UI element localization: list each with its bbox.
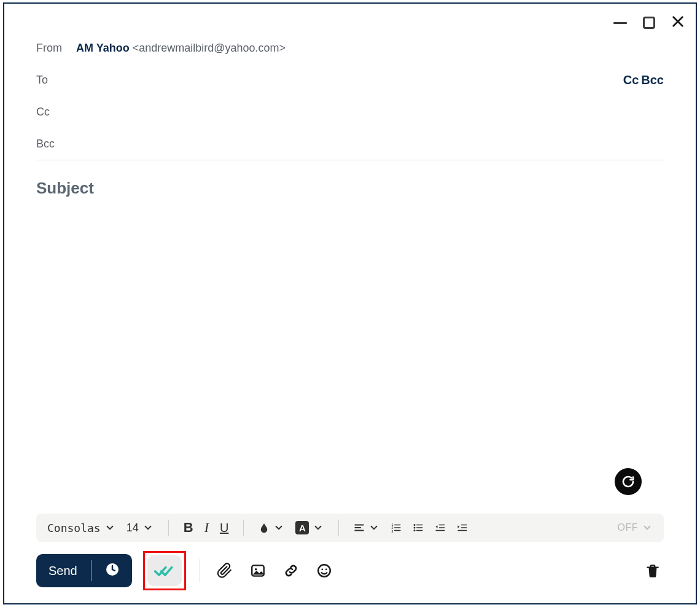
svg-point-5 — [414, 530, 416, 531]
action-bar: Send — [36, 553, 664, 588]
ordered-list-button[interactable]: 1 2 3 — [391, 522, 402, 533]
paperclip-icon — [217, 563, 233, 579]
indent-icon — [457, 522, 468, 533]
link-icon — [283, 563, 299, 579]
font-size-select[interactable]: 14 — [126, 522, 154, 534]
outdent-icon — [435, 522, 446, 533]
chevron-down-icon — [368, 522, 379, 533]
from-email: <andrewmailbird@yahoo.com> — [133, 42, 286, 54]
bcc-label: Bcc — [36, 138, 76, 151]
cc-label: Cc — [36, 106, 76, 119]
show-cc-button[interactable]: Cc — [623, 73, 639, 87]
text-color-button[interactable] — [259, 522, 284, 533]
insert-image-button[interactable] — [247, 560, 269, 582]
to-row: To Cc Bcc — [36, 64, 664, 96]
text-color-icon: A — [295, 521, 309, 534]
from-row: From AM Yahoo <andrewmailbird@yahoo.com> — [36, 32, 664, 64]
image-icon — [250, 563, 266, 579]
chevron-down-icon — [273, 522, 284, 533]
read-receipt-button[interactable] — [147, 555, 182, 586]
insert-link-button[interactable] — [280, 560, 302, 582]
message-body[interactable] — [36, 207, 664, 514]
bold-button[interactable]: B — [184, 520, 193, 536]
from-name: AM Yahoo — [76, 42, 130, 54]
svg-point-9 — [318, 565, 330, 577]
ordered-list-icon: 1 2 3 — [391, 522, 402, 533]
subject-input[interactable] — [36, 179, 664, 198]
svg-point-10 — [321, 568, 323, 570]
align-button[interactable] — [354, 522, 379, 533]
smiley-icon — [316, 563, 332, 579]
double-check-icon — [154, 563, 176, 578]
subject-row — [36, 179, 664, 207]
cc-row: Cc — [36, 96, 664, 128]
clock-icon — [105, 562, 120, 577]
chevron-down-icon — [313, 522, 324, 533]
indent-button[interactable] — [457, 522, 468, 533]
insert-emoji-button[interactable] — [313, 560, 335, 582]
from-value[interactable]: AM Yahoo <andrewmailbird@yahoo.com> — [76, 42, 664, 55]
font-family-select[interactable]: Consolas — [47, 522, 115, 534]
chevron-down-icon — [642, 522, 653, 533]
chevron-down-icon — [142, 522, 154, 533]
align-left-icon — [354, 522, 365, 533]
highlighted-annotation — [143, 551, 186, 590]
unordered-list-button[interactable] — [413, 522, 424, 533]
bullet-list-icon — [413, 522, 424, 533]
underline-button[interactable]: U — [220, 521, 228, 535]
bcc-input[interactable] — [76, 138, 664, 151]
cc-input[interactable] — [76, 106, 664, 119]
trash-icon — [645, 563, 661, 579]
svg-point-8 — [255, 568, 257, 570]
maximize-button[interactable] — [643, 17, 655, 29]
schedule-send-button[interactable] — [105, 562, 120, 580]
svg-point-11 — [325, 568, 327, 570]
show-bcc-button[interactable]: Bcc — [641, 73, 664, 87]
droplet-icon — [259, 522, 270, 533]
header-fields: From AM Yahoo <andrewmailbird@yahoo.com>… — [36, 32, 664, 160]
minimize-button[interactable] — [613, 22, 627, 24]
cc-bcc-toggle: Cc Bcc — [623, 73, 664, 87]
formatting-toolbar: Consolas 14 B I U A 1 2 3 — [36, 514, 664, 542]
discard-button[interactable] — [642, 560, 664, 582]
window-controls — [613, 15, 685, 31]
chevron-down-icon — [104, 522, 115, 533]
grammarly-button[interactable] — [615, 468, 642, 495]
formatting-toggle[interactable]: OFF — [618, 522, 653, 533]
to-input[interactable] — [76, 74, 623, 87]
svg-point-4 — [414, 527, 416, 529]
italic-button[interactable]: I — [204, 520, 209, 536]
compose-window: From AM Yahoo <andrewmailbird@yahoo.com>… — [3, 2, 697, 604]
close-button[interactable] — [671, 15, 685, 31]
to-label: To — [36, 74, 76, 87]
bcc-row: Bcc — [36, 128, 664, 160]
from-label: From — [36, 42, 76, 55]
send-button[interactable]: Send — [36, 554, 132, 587]
svg-point-3 — [414, 524, 416, 526]
attach-file-button[interactable] — [214, 560, 236, 582]
outdent-button[interactable] — [435, 522, 446, 533]
highlight-color-button[interactable]: A — [295, 521, 324, 534]
svg-text:3: 3 — [392, 530, 394, 533]
